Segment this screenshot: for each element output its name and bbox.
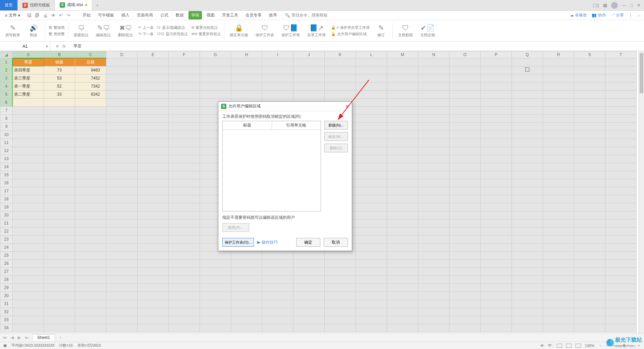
cell[interactable]: [13, 300, 44, 308]
cell[interactable]: [574, 203, 605, 211]
sheet-add-icon[interactable]: ＋: [58, 335, 63, 340]
cell[interactable]: [605, 324, 637, 332]
cell[interactable]: [605, 163, 637, 171]
cell[interactable]: [13, 219, 44, 228]
row-header[interactable]: 29: [0, 284, 13, 292]
cell[interactable]: [605, 252, 637, 260]
cell[interactable]: [169, 58, 200, 66]
menu-data[interactable]: 数据: [173, 11, 186, 19]
cell[interactable]: [44, 244, 75, 252]
cell[interactable]: [574, 123, 605, 131]
cell[interactable]: [512, 139, 543, 147]
cell[interactable]: [356, 324, 387, 332]
cell[interactable]: [169, 139, 200, 147]
col-header[interactable]: T: [605, 51, 637, 58]
cell[interactable]: [418, 58, 449, 66]
cell[interactable]: [138, 284, 169, 292]
cell[interactable]: [481, 300, 512, 308]
cell[interactable]: [44, 107, 75, 115]
menu-start[interactable]: 开始: [80, 11, 93, 19]
cell[interactable]: [13, 131, 44, 139]
cell[interactable]: [418, 187, 449, 195]
cell[interactable]: [449, 83, 481, 91]
row-header[interactable]: 9: [0, 123, 13, 131]
ribbon-reset-current[interactable]: ⟲重置当前批注: [191, 25, 221, 30]
qat-preview-icon[interactable]: 👁: [51, 13, 56, 18]
cell[interactable]: [169, 123, 200, 131]
cell[interactable]: [138, 74, 169, 83]
row-header[interactable]: 33: [0, 316, 13, 324]
menu-review[interactable]: 审阅: [189, 11, 202, 19]
cell[interactable]: [449, 179, 481, 187]
row-header[interactable]: 23: [0, 236, 13, 244]
cell[interactable]: [356, 115, 387, 123]
layout-icon[interactable]: ▢▯: [593, 3, 599, 8]
cell[interactable]: [169, 211, 200, 219]
cell[interactable]: [325, 316, 356, 324]
cell[interactable]: [262, 324, 293, 332]
cell[interactable]: [418, 292, 449, 300]
cell[interactable]: [200, 74, 231, 83]
cell[interactable]: [293, 74, 325, 83]
cell[interactable]: [605, 115, 637, 123]
cell[interactable]: [449, 74, 481, 83]
tab-add[interactable]: ＋: [92, 0, 102, 10]
cell[interactable]: [605, 316, 637, 324]
cell[interactable]: [387, 107, 418, 115]
cell[interactable]: [293, 276, 325, 284]
cell[interactable]: [481, 268, 512, 276]
cell[interactable]: [138, 268, 169, 276]
cell[interactable]: 7452: [75, 74, 106, 83]
zoom-out-icon[interactable]: －: [598, 343, 602, 348]
cell[interactable]: [138, 252, 169, 260]
cell[interactable]: [543, 236, 574, 244]
cell[interactable]: [106, 252, 138, 260]
cell[interactable]: [262, 74, 293, 83]
cell[interactable]: [574, 268, 605, 276]
cell[interactable]: [356, 131, 387, 139]
cell[interactable]: [387, 179, 418, 187]
cell[interactable]: [418, 179, 449, 187]
cell[interactable]: [574, 99, 605, 107]
cell[interactable]: [293, 284, 325, 292]
ribbon-doc-perm[interactable]: 🛡文档权限: [396, 24, 415, 38]
file-menu[interactable]: ≡文件▾: [3, 12, 22, 18]
cell[interactable]: [512, 276, 543, 284]
cell[interactable]: [449, 260, 481, 268]
col-header[interactable]: R: [543, 51, 574, 58]
row-header[interactable]: 4: [0, 83, 13, 91]
cell[interactable]: [605, 211, 637, 219]
cell[interactable]: [231, 260, 262, 268]
cell[interactable]: [231, 268, 262, 276]
col-header[interactable]: J: [293, 51, 325, 58]
cell[interactable]: [449, 236, 481, 244]
cell[interactable]: [449, 155, 481, 163]
cell[interactable]: 第三季度: [13, 74, 44, 83]
cell[interactable]: [574, 66, 605, 74]
cell[interactable]: [293, 292, 325, 300]
cell[interactable]: 73: [44, 66, 75, 74]
cell[interactable]: [481, 236, 512, 244]
cell[interactable]: [262, 83, 293, 91]
cell[interactable]: [13, 163, 44, 171]
cell[interactable]: [138, 292, 169, 300]
cell[interactable]: [605, 284, 637, 292]
cell[interactable]: [605, 179, 637, 187]
cell[interactable]: [169, 115, 200, 123]
cell[interactable]: [543, 292, 574, 300]
cell[interactable]: [262, 276, 293, 284]
cell[interactable]: [169, 260, 200, 268]
cell[interactable]: [262, 316, 293, 324]
cell[interactable]: [138, 195, 169, 203]
cell[interactable]: [449, 91, 481, 99]
cell[interactable]: [106, 292, 138, 300]
cell[interactable]: [169, 219, 200, 228]
tab-template[interactable]: D找稻壳模板: [18, 0, 55, 10]
cell[interactable]: [449, 187, 481, 195]
cell[interactable]: [200, 316, 231, 324]
cell[interactable]: [75, 147, 106, 155]
ribbon-read[interactable]: 🔊朗读: [25, 24, 42, 38]
cell[interactable]: [449, 163, 481, 171]
cell[interactable]: [138, 147, 169, 155]
row-header[interactable]: 20: [0, 211, 13, 219]
